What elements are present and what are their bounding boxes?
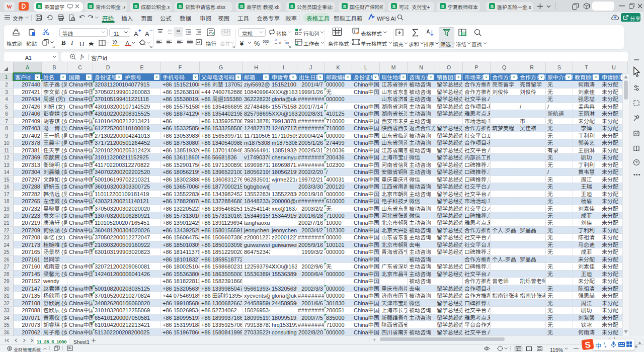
- svg-text:W: W: [7, 4, 12, 10]
- svg-text:·0: ·0: [274, 39, 277, 42]
- svg-text:000: 000: [263, 39, 269, 44]
- svg-text:S: S: [584, 340, 591, 350]
- svg-text:→: →: [284, 39, 287, 42]
